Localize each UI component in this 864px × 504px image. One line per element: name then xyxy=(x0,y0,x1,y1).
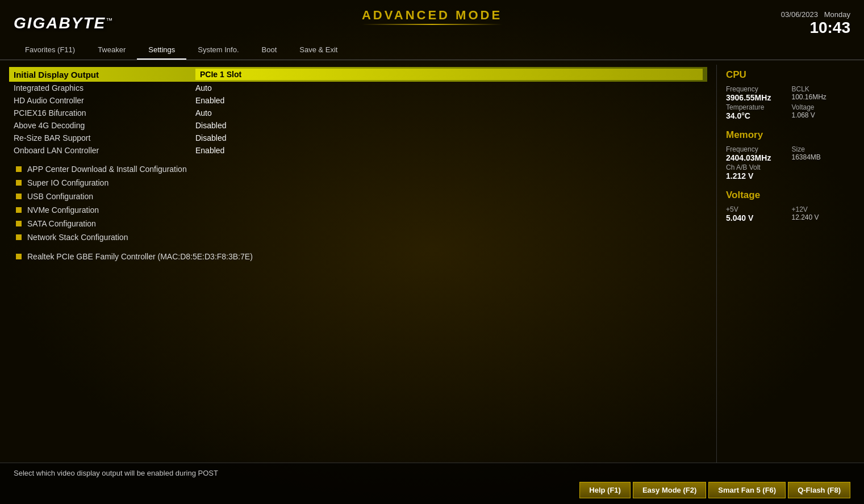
cpu-volt-label: Voltage 1.068 V xyxy=(792,103,853,120)
mem-freq-label: Frequency 2404.03MHz xyxy=(726,145,787,162)
mem-chvolt-label: Ch A/B Volt 1.212 V xyxy=(726,163,853,180)
title-center: ADVANCED MODE xyxy=(362,8,502,25)
tab-sysinfo[interactable]: System Info. xyxy=(186,42,250,60)
header: GIGABYTE™ ADVANCED MODE 03/06/2023 Monda… xyxy=(0,0,864,40)
voltage-grid: +5V 5.040 V +12V 12.240 V xyxy=(726,205,853,222)
submenu-label-realtek: Realtek PCIe GBE Family Controller (MAC:… xyxy=(27,252,253,261)
setting-row-hd-audio[interactable]: HD Audio Controller Enabled xyxy=(14,94,707,107)
setting-value-above4g: Disabled xyxy=(195,121,226,130)
info-panel: CPU Frequency 3906.55MHz BCLK 100.16MHz … xyxy=(716,65,864,463)
settings-panel: Initial Display Output PCIe 1 Slot Integ… xyxy=(0,65,716,463)
setting-row-initial-display[interactable]: Initial Display Output PCIe 1 Slot xyxy=(9,67,707,82)
main-content: Initial Display Output PCIe 1 Slot Integ… xyxy=(0,60,864,463)
bullet-icon xyxy=(16,234,22,240)
setting-row-pciex16[interactable]: PCIEX16 Bifurcation Auto xyxy=(14,107,707,119)
setting-value-resize-bar: Disabled xyxy=(195,133,226,142)
bullet-icon xyxy=(16,207,22,213)
setting-name-above4g: Above 4G Decoding xyxy=(14,121,195,130)
mem-size-label: Size 16384MB xyxy=(792,145,853,162)
submenu-usb[interactable]: USB Configuration xyxy=(14,190,707,203)
tab-tweaker[interactable]: Tweaker xyxy=(86,42,137,60)
bullet-icon xyxy=(16,221,22,226)
setting-name-integrated-graphics: Integrated Graphics xyxy=(14,83,195,93)
datetime: 03/06/2023 Monday 10:43 xyxy=(781,10,850,37)
submenu-label-sata: SATA Configuration xyxy=(27,219,96,228)
setting-value-hd-audio: Enabled xyxy=(195,96,224,105)
setting-name-hd-audio: HD Audio Controller xyxy=(14,96,195,105)
cpu-bclk-label: BCLK 100.16MHz xyxy=(792,85,853,102)
v5-label: +5V 5.040 V xyxy=(726,205,787,222)
setting-name-initial-display: Initial Display Output xyxy=(14,70,195,79)
submenu-sata[interactable]: SATA Configuration xyxy=(14,217,707,230)
submenu-label-nvme: NVMe Configuration xyxy=(27,205,99,215)
tab-settings[interactable]: Settings xyxy=(137,42,186,60)
help-button[interactable]: Help (F1) xyxy=(579,482,631,498)
submenu-label-usb: USB Configuration xyxy=(27,192,93,201)
tab-favorites[interactable]: Favorites (F11) xyxy=(14,42,86,60)
footer: Select which video display output will b… xyxy=(0,463,864,504)
cpu-title: CPU xyxy=(726,69,853,81)
submenu-super-io[interactable]: Super IO Configuration xyxy=(14,176,707,190)
setting-row-onboard-lan[interactable]: Onboard LAN Controller Enabled xyxy=(14,144,707,157)
footer-buttons: Help (F1) Easy Mode (F2) Smart Fan 5 (F6… xyxy=(14,482,850,498)
submenu-app-center[interactable]: APP Center Download & Install Configurat… xyxy=(14,162,707,176)
bullet-icon xyxy=(16,166,22,172)
cpu-freq-label: Frequency 3906.55MHz xyxy=(726,85,787,102)
tab-boot[interactable]: Boot xyxy=(251,42,289,60)
setting-row-resize-bar[interactable]: Re-Size BAR Support Disabled xyxy=(14,132,707,144)
setting-value-integrated-graphics: Auto xyxy=(195,83,212,93)
submenu-realtek[interactable]: Realtek PCIe GBE Family Controller (MAC:… xyxy=(14,250,707,263)
setting-name-resize-bar: Re-Size BAR Support xyxy=(14,133,195,142)
submenu-label-network-stack: Network Stack Configuration xyxy=(27,233,128,242)
setting-name-onboard-lan: Onboard LAN Controller xyxy=(14,146,195,155)
time-display: 10:43 xyxy=(781,19,850,37)
setting-value-onboard-lan: Enabled xyxy=(195,146,224,155)
smart-fan-button[interactable]: Smart Fan 5 (F6) xyxy=(708,482,786,498)
setting-row-above4g[interactable]: Above 4G Decoding Disabled xyxy=(14,119,707,132)
setting-row-integrated-graphics[interactable]: Integrated Graphics Auto xyxy=(14,82,707,94)
cpu-section: CPU Frequency 3906.55MHz BCLK 100.16MHz … xyxy=(726,69,853,120)
easy-mode-button[interactable]: Easy Mode (F2) xyxy=(633,482,706,498)
nav-tabs: Favorites (F11) Tweaker Settings System … xyxy=(0,42,864,60)
voltage-section: Voltage +5V 5.040 V +12V 12.240 V xyxy=(726,190,853,222)
submenu-network-stack[interactable]: Network Stack Configuration xyxy=(14,230,707,244)
bullet-icon xyxy=(16,180,22,186)
page-title: ADVANCED MODE xyxy=(362,8,502,23)
memory-grid: Frequency 2404.03MHz Size 16384MB Ch A/B… xyxy=(726,145,853,180)
footer-help-text: Select which video display output will b… xyxy=(14,469,850,477)
memory-section: Memory Frequency 2404.03MHz Size 16384MB… xyxy=(726,129,853,180)
v12-label: +12V 12.240 V xyxy=(792,205,853,222)
memory-title: Memory xyxy=(726,129,853,141)
date-display: 03/06/2023 Monday xyxy=(781,10,850,19)
submenu-nvme[interactable]: NVMe Configuration xyxy=(14,203,707,217)
bullet-icon xyxy=(16,194,22,199)
submenu-label-app-center: APP Center Download & Install Configurat… xyxy=(27,165,187,174)
setting-value-initial-display: PCIe 1 Slot xyxy=(195,69,703,80)
setting-value-pciex16: Auto xyxy=(195,108,212,117)
setting-name-pciex16: PCIEX16 Bifurcation xyxy=(14,108,195,117)
submenu-label-super-io: Super IO Configuration xyxy=(27,178,108,187)
tab-saveexit[interactable]: Save & Exit xyxy=(288,42,349,60)
logo: GIGABYTE™ xyxy=(14,14,114,32)
cpu-temp-label: Temperature 34.0°C xyxy=(726,103,787,120)
qflash-button[interactable]: Q-Flash (F8) xyxy=(788,482,850,498)
cpu-grid: Frequency 3906.55MHz BCLK 100.16MHz Temp… xyxy=(726,85,853,120)
voltage-title: Voltage xyxy=(726,190,853,201)
bullet-icon xyxy=(16,254,22,259)
title-underline xyxy=(362,24,502,25)
